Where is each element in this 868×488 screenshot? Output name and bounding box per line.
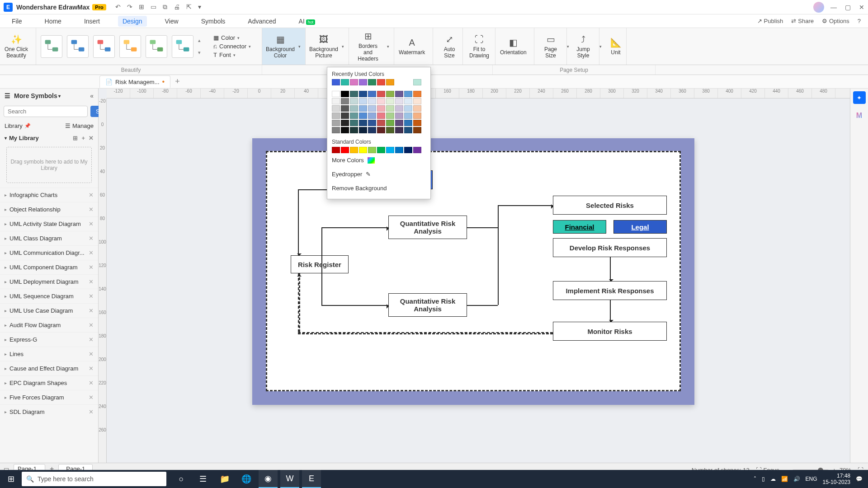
taskbar-chrome[interactable]: ◉ [259, 470, 278, 488]
category-9[interactable]: ▸Audit Flow Diagram✕ [0, 318, 98, 332]
mylib-plus-icon[interactable]: + [81, 135, 85, 141]
background-picture-button[interactable]: 🖼 Background Picture [310, 34, 337, 59]
taskbar-word[interactable]: W [280, 470, 299, 488]
recent-swatch[interactable] [368, 79, 376, 85]
canvas-area[interactable]: -120-100-80-60-40-2002040608010012014016… [99, 89, 850, 463]
color-button[interactable]: ▦ Color ▾ [213, 34, 251, 41]
user-avatar[interactable] [813, 2, 824, 13]
shape-monitor[interactable]: Monitor Risks [553, 322, 667, 341]
qat-save-icon[interactable]: ▭ [151, 3, 156, 11]
standard-swatch[interactable] [413, 147, 421, 153]
tray-wifi-icon[interactable]: 📶 [781, 476, 788, 482]
category-close-icon[interactable]: ✕ [89, 322, 94, 328]
theme-swatch[interactable] [368, 98, 376, 104]
theme-swatch[interactable] [359, 113, 367, 119]
remove-background-button[interactable]: Remove Background [327, 181, 430, 195]
theme-swatch[interactable] [359, 120, 367, 126]
orientation-button[interactable]: ◧ Orientation [500, 37, 527, 56]
category-close-icon[interactable]: ✕ [89, 235, 94, 242]
theme-swatch[interactable] [350, 105, 358, 112]
category-close-icon[interactable]: ✕ [89, 365, 94, 372]
standard-swatch[interactable] [368, 147, 376, 153]
category-close-icon[interactable]: ✕ [89, 380, 94, 386]
theme-swatch[interactable] [368, 120, 376, 126]
theme-swatch[interactable] [413, 91, 421, 97]
taskbar-edge[interactable]: 🌐 [237, 470, 256, 488]
shape-risk-register[interactable]: Risk Register [291, 255, 349, 273]
theme-swatch[interactable] [395, 120, 403, 126]
menu-home[interactable]: Home [40, 16, 66, 27]
category-11[interactable]: ▸Lines✕ [0, 347, 98, 361]
jump-style-button[interactable]: ⤴ Jump Style [571, 34, 595, 59]
recent-swatch[interactable] [386, 79, 394, 85]
maximize-icon[interactable]: ▢ [845, 4, 851, 11]
style-scroll-up[interactable]: ▴ [198, 38, 201, 43]
theme-swatch[interactable] [386, 91, 394, 97]
theme-swatch[interactable] [404, 105, 412, 112]
theme-swatch[interactable] [368, 105, 376, 112]
category-close-icon[interactable]: ✕ [89, 206, 94, 213]
theme-swatch[interactable] [350, 98, 358, 104]
help-icon[interactable]: ? [858, 18, 861, 24]
category-2[interactable]: ▸UML Activity State Diagram✕ [0, 216, 98, 231]
category-7[interactable]: ▸UML Sequence Diagram✕ [0, 289, 98, 303]
standard-swatch[interactable] [359, 147, 367, 153]
tray-onedrive-icon[interactable]: ☁ [770, 476, 776, 482]
font-button[interactable]: T Font ▾ [213, 52, 251, 58]
search-input[interactable] [4, 106, 88, 117]
category-close-icon[interactable]: ✕ [89, 351, 94, 357]
theme-swatch[interactable] [386, 127, 394, 133]
category-13[interactable]: ▸EPC Diagram Shapes✕ [0, 375, 98, 390]
theme-swatch[interactable] [368, 113, 376, 119]
share-button[interactable]: ⇄ Share [791, 18, 814, 24]
theme-swatch[interactable] [404, 113, 412, 119]
theme-swatch[interactable] [386, 113, 394, 119]
theme-swatch[interactable] [377, 127, 385, 133]
category-0[interactable]: ▸Infographic Charts✕ [0, 188, 98, 202]
menu-advanced[interactable]: Advanced [243, 16, 280, 27]
theme-swatch[interactable] [341, 120, 349, 126]
theme-swatch[interactable] [377, 120, 385, 126]
theme-swatch[interactable] [368, 91, 376, 97]
category-close-icon[interactable]: ✕ [89, 394, 94, 401]
theme-swatch[interactable] [341, 105, 349, 112]
recent-swatch[interactable] [341, 79, 349, 85]
tray-battery-icon[interactable]: ▯ [762, 476, 765, 482]
tray-clock[interactable]: 17:48 15-10-2023 [823, 473, 850, 486]
theme-swatch[interactable] [404, 120, 412, 126]
theme-swatch[interactable] [350, 127, 358, 133]
start-button[interactable]: ⊞ [0, 470, 22, 488]
manage-link[interactable]: ☰ Manage [65, 122, 94, 129]
drawing-page[interactable]: Risk Assessment Framework Risk Identific… [252, 138, 694, 405]
unit-button[interactable]: 📐 Unit [604, 37, 627, 56]
category-close-icon[interactable]: ✕ [89, 221, 94, 227]
tray-notifications-icon[interactable]: 💬 [856, 476, 863, 482]
category-close-icon[interactable]: ✕ [89, 264, 94, 271]
theme-swatch[interactable] [386, 98, 394, 104]
theme-swatch[interactable] [359, 98, 367, 104]
category-8[interactable]: ▸UML Use Case Diagram✕ [0, 303, 98, 318]
category-3[interactable]: ▸UML Class Diagram✕ [0, 231, 98, 245]
mylib-close-icon[interactable]: ✕ [89, 135, 94, 141]
recent-swatch[interactable] [332, 79, 340, 85]
standard-swatch[interactable] [395, 147, 403, 153]
taskbar-edrawmax[interactable]: E [302, 470, 321, 488]
fit-to-drawing-button[interactable]: ⛶ Fit to Drawing [467, 34, 491, 59]
close-icon[interactable]: ✕ [859, 4, 864, 11]
menu-symbols[interactable]: Symbols [197, 16, 230, 27]
theme-swatch[interactable] [341, 98, 349, 104]
my-library-label[interactable]: My Library [9, 135, 39, 141]
category-4[interactable]: ▸UML Communication Diagr...✕ [0, 245, 98, 260]
options-button[interactable]: ⚙ Options [822, 18, 849, 24]
menu-view[interactable]: View [160, 16, 183, 27]
borders-headers-button[interactable]: ⊞ Borders and Headers [354, 31, 382, 62]
shape-qra-2[interactable]: Quantitative Risk Analysis [388, 293, 467, 317]
theme-swatch[interactable] [386, 105, 394, 112]
theme-swatch[interactable] [386, 120, 394, 126]
style-thumb-1[interactable] [41, 35, 62, 58]
library-dropzone[interactable]: Drag symbols here to add to My Library [6, 147, 92, 183]
style-thumb-3[interactable] [93, 35, 115, 58]
category-5[interactable]: ▸UML Component Diagram✕ [0, 260, 98, 274]
theme-swatch[interactable] [377, 113, 385, 119]
shape-legal[interactable]: Legal [613, 220, 667, 234]
